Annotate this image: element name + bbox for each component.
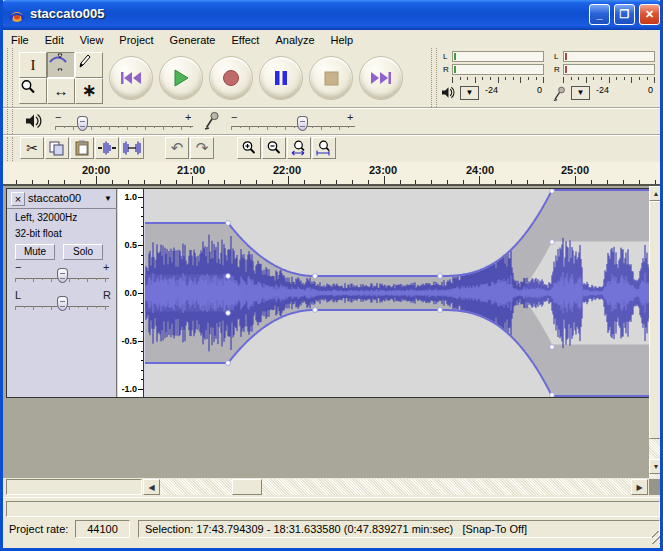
output-volume-thumb[interactable] bbox=[77, 116, 88, 131]
scroll-up-icon[interactable]: ▲ bbox=[649, 186, 663, 201]
menu-analyze[interactable]: Analyze bbox=[267, 32, 322, 46]
close-button[interactable]: ✕ bbox=[639, 4, 660, 25]
envelope-control-point[interactable] bbox=[226, 274, 231, 279]
envelope-control-point[interactable] bbox=[226, 311, 231, 316]
output-meter[interactable]: LR-240▼ bbox=[441, 50, 545, 104]
fit-selection-button[interactable] bbox=[287, 137, 311, 159]
track-close-button[interactable]: × bbox=[11, 192, 25, 206]
gain-minus: − bbox=[15, 261, 21, 273]
input-bar-r bbox=[563, 64, 655, 75]
mixer-grabber[interactable] bbox=[7, 109, 13, 134]
menu-edit[interactable]: Edit bbox=[37, 32, 72, 46]
project-rate-value[interactable]: 44100 bbox=[75, 520, 130, 538]
tick bbox=[452, 77, 453, 83]
tool-selection[interactable]: I bbox=[19, 52, 47, 78]
scroll-right-icon[interactable]: ▶ bbox=[631, 479, 648, 495]
waveform-canvas[interactable] bbox=[145, 189, 650, 397]
envelope-control-point[interactable] bbox=[550, 189, 555, 193]
trim-button[interactable] bbox=[95, 137, 119, 159]
solo-button[interactable]: Solo bbox=[63, 244, 103, 260]
ruler-minor-tick bbox=[141, 370, 143, 371]
vertical-ruler[interactable]: 1.00.50.0-0.5-1.0 bbox=[118, 189, 144, 397]
envelope-control-point[interactable] bbox=[226, 221, 231, 226]
zoom-out-button[interactable] bbox=[262, 137, 286, 159]
envelope-control-point[interactable] bbox=[550, 240, 555, 245]
envelope-control-point[interactable] bbox=[550, 393, 555, 397]
track-name: staccato00 bbox=[28, 192, 81, 204]
play-button[interactable] bbox=[159, 56, 203, 100]
timeline-tick bbox=[479, 176, 480, 184]
edit-grabber[interactable] bbox=[7, 137, 13, 161]
pause-button[interactable] bbox=[259, 56, 303, 100]
pan-thumb[interactable] bbox=[57, 296, 68, 311]
timeline-tick bbox=[336, 180, 337, 184]
waveform-display[interactable] bbox=[145, 189, 650, 397]
stop-button[interactable] bbox=[309, 56, 353, 100]
cut-button[interactable]: ✂ bbox=[20, 137, 44, 159]
timeline-tick bbox=[320, 180, 321, 184]
menu-file[interactable]: File bbox=[3, 32, 37, 46]
menu-help[interactable]: Help bbox=[323, 32, 362, 46]
pan-left-label: L bbox=[15, 289, 21, 301]
tool-zoom[interactable] bbox=[19, 78, 47, 104]
tick bbox=[563, 77, 564, 83]
menu-generate[interactable]: Generate bbox=[162, 32, 224, 46]
input-meter-dropdown[interactable]: ▼ bbox=[571, 86, 590, 100]
minimize-button[interactable]: _ bbox=[589, 4, 610, 25]
tool-envelope[interactable] bbox=[47, 52, 75, 78]
title-bar[interactable]: staccato005 _ ❒ ✕ bbox=[0, 0, 663, 30]
envelope-control-point[interactable] bbox=[226, 361, 231, 366]
resize-grip[interactable] bbox=[652, 531, 663, 544]
slider-tick bbox=[87, 278, 88, 282]
horizontal-scrollbar[interactable] bbox=[160, 479, 631, 495]
ruler-tick bbox=[138, 197, 143, 198]
timeline-ruler[interactable]: 20:0021:0022:0023:0024:0025:00 bbox=[3, 162, 663, 186]
tick bbox=[631, 77, 632, 83]
vertical-scrollbar[interactable]: ▲ ▼ bbox=[649, 186, 663, 478]
envelope-control-point[interactable] bbox=[438, 274, 443, 279]
mute-button[interactable]: Mute bbox=[15, 244, 55, 260]
maximize-button[interactable]: ❒ bbox=[614, 4, 635, 25]
forward-button[interactable] bbox=[359, 56, 403, 100]
redo-button[interactable]: ↷ bbox=[190, 137, 214, 159]
gain-thumb[interactable] bbox=[57, 268, 68, 283]
envelope-control-point[interactable] bbox=[313, 274, 318, 279]
channel-label: R bbox=[554, 65, 560, 74]
envelope-control-point[interactable] bbox=[313, 308, 318, 313]
envelope-control-point[interactable] bbox=[550, 345, 555, 350]
record-button[interactable] bbox=[209, 56, 253, 100]
menu-project[interactable]: Project bbox=[111, 32, 161, 46]
envelope-control-point[interactable] bbox=[438, 308, 443, 313]
input-meter[interactable]: LR-240▼ bbox=[552, 50, 656, 104]
track-title-menu[interactable]: staccato00 ▼ bbox=[28, 192, 114, 207]
scroll-left-icon[interactable]: ◀ bbox=[143, 479, 160, 495]
ruler-tick bbox=[138, 293, 143, 294]
input-volume-thumb[interactable] bbox=[297, 116, 308, 131]
tool-draw[interactable] bbox=[75, 52, 103, 78]
undo-button[interactable]: ↶ bbox=[165, 137, 189, 159]
horizontal-scroll-thumb[interactable] bbox=[232, 479, 262, 495]
vertical-scroll-thumb[interactable] bbox=[649, 201, 663, 439]
paste-button[interactable] bbox=[70, 137, 94, 159]
tick bbox=[505, 77, 506, 80]
silence-button[interactable] bbox=[120, 137, 144, 159]
copy-button[interactable] bbox=[45, 137, 69, 159]
slider-tick bbox=[73, 126, 74, 130]
timeline-tick bbox=[208, 180, 209, 184]
menu-effect[interactable]: Effect bbox=[223, 32, 267, 46]
slider-tick bbox=[24, 278, 25, 280]
window-title: staccato005 bbox=[30, 6, 104, 21]
rewind-button[interactable] bbox=[109, 56, 153, 100]
fit-project-button[interactable] bbox=[312, 137, 336, 159]
slider-tick bbox=[339, 126, 340, 130]
output-volume-slider[interactable] bbox=[55, 121, 193, 133]
output-meter-dropdown[interactable]: ▼ bbox=[460, 86, 479, 100]
menu-view[interactable]: View bbox=[72, 32, 112, 46]
tool-multi[interactable]: ∗ bbox=[75, 78, 103, 104]
toolbar-grabber[interactable] bbox=[7, 48, 13, 107]
scroll-down-icon[interactable]: ▼ bbox=[649, 459, 663, 474]
meter-grabber[interactable] bbox=[431, 48, 437, 107]
tool-timeshift[interactable]: ↔ bbox=[47, 78, 75, 104]
zoom-in-button[interactable] bbox=[237, 137, 261, 159]
input-volume-slider[interactable] bbox=[231, 121, 355, 133]
